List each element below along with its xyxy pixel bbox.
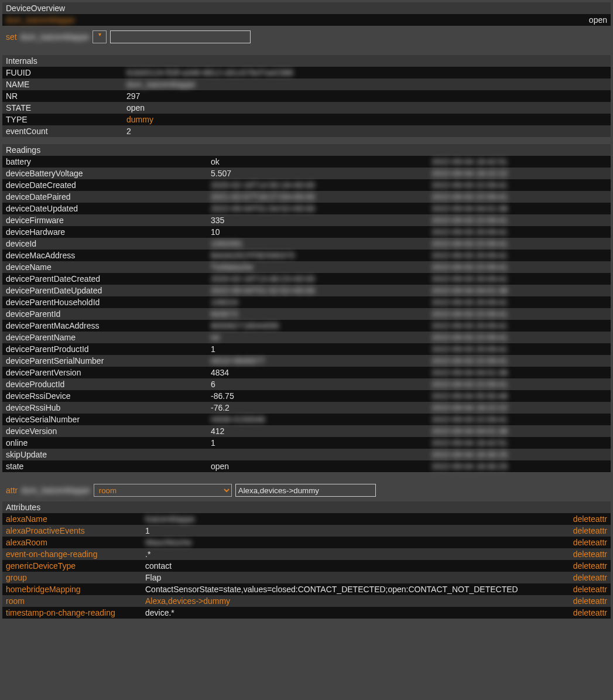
attr-select[interactable]: room: [94, 484, 232, 497]
readings-timestamp: 2022-09-03 22:09:41: [432, 309, 607, 319]
attributes-value: contact: [145, 561, 560, 571]
attributes-key[interactable]: genericDeviceType: [6, 561, 145, 571]
readings-value: 1092091: [211, 239, 432, 248]
readings-key: state: [6, 462, 211, 471]
readings-key: deviceParentMacAddress: [6, 321, 211, 330]
readings-value: 10: [211, 227, 432, 237]
internals-value: 61b00124-f33f-a346-8812-c81c576cf7a42388: [126, 68, 293, 77]
readings-timestamp: 2022-09-03 20:09:41: [432, 251, 607, 260]
attr-command-row: attr dum_katzenklappe room: [2, 479, 611, 501]
deleteattr-link[interactable]: deleteattr: [560, 585, 607, 594]
deleteattr-link[interactable]: deleteattr: [560, 608, 607, 617]
readings-key: deviceParentHouseholdId: [6, 298, 211, 307]
readings-timestamp: 2022-09-04 18:30:25: [432, 450, 607, 459]
readings-value: 2021-02-07T18:27:04+00:00: [211, 192, 432, 202]
readings-key: deviceBatteryVoltage: [6, 169, 211, 178]
readings-timestamp: 2022-09-03 22:09:41: [432, 262, 607, 272]
readings-value: open: [211, 462, 432, 471]
readings-row: deviceParentMacAddress800082718044095202…: [2, 320, 611, 332]
readings-title: Readings: [2, 144, 611, 156]
readings-timestamp: 2022-09-04 18:22:22: [432, 403, 607, 412]
readings-row: deviceDateUpdated2022-09-04T01:54:52+00:…: [2, 203, 611, 214]
deleteattr-link[interactable]: deleteattr: [560, 573, 607, 582]
attr-label[interactable]: attr: [6, 486, 18, 495]
readings-row: deviceProductId62022-09-03 22:09:41: [2, 378, 611, 390]
readings-value: BA0A20CFF8D590370: [211, 251, 432, 260]
set-dropdown[interactable]: ▾: [93, 30, 107, 43]
attr-value-input[interactable]: [235, 484, 376, 497]
set-value-input[interactable]: [110, 30, 251, 43]
readings-value: H008-0150048: [211, 415, 432, 424]
readings-value: 1: [211, 344, 432, 354]
readings-timestamp: 2022-09-03 22:09:41: [432, 380, 607, 389]
attributes-key[interactable]: room: [6, 596, 145, 606]
readings-key: deviceParentId: [6, 309, 211, 319]
readings-key: deviceDatePaired: [6, 192, 211, 202]
readings-value: 843072: [211, 309, 432, 319]
readings-value: -86.75: [211, 391, 432, 401]
readings-value: 4834: [211, 368, 432, 377]
deleteattr-link[interactable]: deleteattr: [560, 526, 607, 535]
attributes-key[interactable]: timestamp-on-change-reading: [6, 608, 145, 617]
attributes-value: Flap: [145, 573, 560, 582]
readings-timestamp: 2022-09-03 22:09:41: [432, 192, 607, 202]
readings-value: 412: [211, 426, 432, 436]
attributes-row: roomAlexa,devices->dummydeleteattr: [2, 595, 611, 607]
attributes-key[interactable]: alexaProactiveEvents: [6, 526, 145, 535]
readings-row: deviceParentDateUpdated2022-09-04T01:52:…: [2, 285, 611, 296]
attributes-key[interactable]: homebridgeMapping: [6, 585, 145, 594]
readings-timestamp: 2022-09-03 22:09:41: [432, 356, 607, 366]
set-label[interactable]: set: [6, 32, 17, 42]
readings-value: 106024: [211, 298, 432, 307]
attributes-key[interactable]: event-on-change-reading: [6, 549, 145, 559]
readings-row: deviceParentSerialNumberH010-06400772022…: [2, 355, 611, 367]
readings-value: 5.507: [211, 169, 432, 178]
readings-timestamp: 2022-09-03 20:09:41: [432, 274, 607, 284]
readings-row: online12022-09-04 18:42:51: [2, 437, 611, 449]
set-device-name: dum_katzenklappe: [20, 32, 90, 42]
readings-timestamp: 2022-09-03 22:09:41: [432, 239, 607, 248]
internals-row: NR297: [2, 90, 611, 102]
deleteattr-link[interactable]: deleteattr: [560, 596, 607, 606]
device-name-link[interactable]: dum_katzenklappe: [6, 15, 75, 25]
deleteattr-link[interactable]: deleteattr: [560, 514, 607, 524]
readings-key: skipUpdate: [6, 450, 211, 459]
readings-key: deviceProductId: [6, 380, 211, 389]
device-state-text: open: [589, 15, 607, 25]
internals-title: Internals: [2, 55, 611, 67]
readings-timestamp: 2022-09-04 04:01:38: [432, 286, 607, 295]
readings-timestamp: 2022-09-04 05:50:48: [432, 391, 607, 401]
attributes-value: .*: [145, 549, 560, 559]
internals-key: eventCount: [6, 127, 126, 136]
internals-key: STATE: [6, 103, 126, 112]
attributes-value: Katzenklappe: [145, 514, 560, 524]
readings-value: H010-0640077: [211, 356, 432, 366]
attributes-row: event-on-change-reading.*deleteattr: [2, 548, 611, 560]
readings-key: deviceId: [6, 239, 211, 248]
readings-timestamp: 2022-09-03 22:09:41: [432, 333, 607, 342]
readings-key: deviceVersion: [6, 426, 211, 436]
readings-key: deviceMacAddress: [6, 251, 211, 260]
readings-key: deviceParentName: [6, 333, 211, 342]
internals-value[interactable]: dummy: [126, 115, 153, 124]
attributes-key[interactable]: alexaName: [6, 514, 145, 524]
attributes-title: Attributes: [2, 501, 611, 513]
readings-row: deviceSerialNumberH008-01500482022-09-03…: [2, 414, 611, 425]
attributes-row: groupFlapdeleteattr: [2, 572, 611, 583]
readings-row: deviceId10920912022-09-03 22:09:41: [2, 238, 611, 250]
device-overview-section: DeviceOverview dum_katzenklappe open set…: [2, 2, 611, 48]
attributes-key[interactable]: alexaRoom: [6, 538, 145, 547]
internals-value: 297: [126, 91, 140, 101]
readings-value: 2020-02-16T14:50:18+00:00: [211, 180, 432, 190]
deleteattr-link[interactable]: deleteattr: [560, 549, 607, 559]
internals-key: NAME: [6, 80, 126, 89]
readings-key: deviceHardware: [6, 227, 211, 237]
deleteattr-link[interactable]: deleteattr: [560, 561, 607, 571]
readings-row: deviceParentNametxt2022-09-03 22:09:41: [2, 332, 611, 343]
readings-timestamp: 2022-09-03 20:09:41: [432, 344, 607, 354]
readings-key: deviceDateUpdated: [6, 204, 211, 213]
readings-key: deviceSerialNumber: [6, 415, 211, 424]
readings-timestamp: 2022-09-03 22:09:41: [432, 415, 607, 424]
deleteattr-link[interactable]: deleteattr: [560, 538, 607, 547]
attributes-key[interactable]: group: [6, 573, 145, 582]
